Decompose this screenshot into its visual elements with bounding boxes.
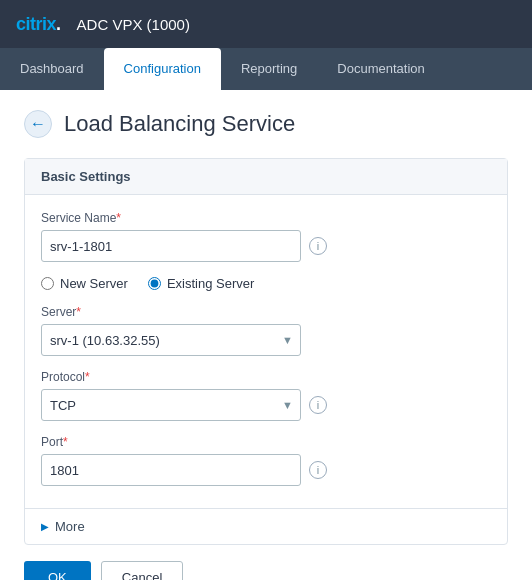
nav-tabs: Dashboard Configuration Reporting Docume…	[0, 48, 532, 90]
service-name-input-row: i	[41, 230, 491, 262]
tab-documentation[interactable]: Documentation	[317, 48, 444, 90]
form-body: Service Name* i New Server Existing Serv…	[25, 195, 507, 508]
more-arrow-icon: ▶	[41, 521, 49, 532]
server-select[interactable]: srv-1 (10.63.32.55)	[41, 324, 301, 356]
tab-reporting[interactable]: Reporting	[221, 48, 317, 90]
server-input-row: srv-1 (10.63.32.55) ▼	[41, 324, 491, 356]
tab-configuration[interactable]: Configuration	[104, 48, 221, 90]
new-server-radio-label[interactable]: New Server	[41, 276, 128, 291]
service-name-group: Service Name* i	[41, 211, 491, 262]
service-name-info-icon[interactable]: i	[309, 237, 327, 255]
server-group: Server* srv-1 (10.63.32.55) ▼	[41, 305, 491, 356]
page-title: Load Balancing Service	[64, 111, 295, 137]
protocol-label: Protocol*	[41, 370, 491, 384]
new-server-radio[interactable]	[41, 277, 54, 290]
server-label: Server*	[41, 305, 491, 319]
back-button[interactable]: ←	[24, 110, 52, 138]
server-select-wrap: srv-1 (10.63.32.55) ▼	[41, 324, 301, 356]
existing-server-radio[interactable]	[148, 277, 161, 290]
ok-button[interactable]: OK	[24, 561, 91, 580]
port-info-icon[interactable]: i	[309, 461, 327, 479]
form-section-title: Basic Settings	[25, 159, 507, 195]
page-header: ← Load Balancing Service	[24, 110, 508, 138]
more-label: More	[55, 519, 85, 534]
app-title: ADC VPX (1000)	[77, 16, 190, 33]
port-input-row: i	[41, 454, 491, 486]
protocol-group: Protocol* TCP ▼ i	[41, 370, 491, 421]
top-bar: citrix. ADC VPX (1000)	[0, 0, 532, 48]
port-group: Port* i	[41, 435, 491, 486]
service-name-input[interactable]	[41, 230, 301, 262]
tab-dashboard[interactable]: Dashboard	[0, 48, 104, 90]
cancel-button[interactable]: Cancel	[101, 561, 183, 580]
existing-server-radio-label[interactable]: Existing Server	[148, 276, 254, 291]
form-footer: OK Cancel	[24, 545, 508, 580]
service-name-label: Service Name*	[41, 211, 491, 225]
protocol-input-row: TCP ▼ i	[41, 389, 491, 421]
protocol-select[interactable]: TCP	[41, 389, 301, 421]
page-content: ← Load Balancing Service Basic Settings …	[0, 90, 532, 580]
citrix-logo: citrix.	[16, 14, 61, 35]
server-type-radio-group: New Server Existing Server	[41, 276, 491, 291]
protocol-select-wrap: TCP ▼	[41, 389, 301, 421]
port-label: Port*	[41, 435, 491, 449]
port-input[interactable]	[41, 454, 301, 486]
more-section[interactable]: ▶ More	[25, 508, 507, 544]
protocol-info-icon[interactable]: i	[309, 396, 327, 414]
form-card: Basic Settings Service Name* i New Serve…	[24, 158, 508, 545]
